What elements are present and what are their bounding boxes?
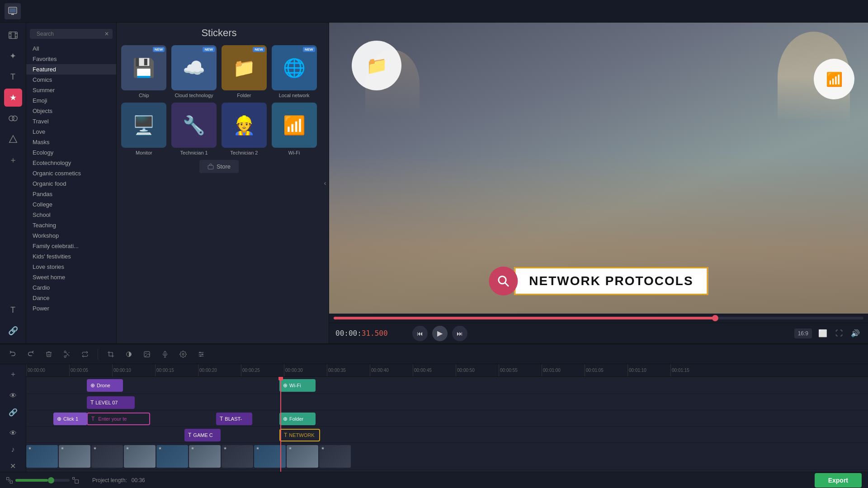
store-button[interactable]: Store xyxy=(199,160,239,173)
cat-item-workshop[interactable]: Workshop xyxy=(26,230,116,241)
cat-item-ecotechnology[interactable]: Ecotechnology xyxy=(26,158,116,168)
cat-item-pandas[interactable]: Pandas xyxy=(26,189,116,199)
search-clear[interactable]: ✕ xyxy=(104,31,109,37)
sticker-item-2[interactable]: 📁NEWFolder xyxy=(222,45,267,98)
scrubber-thumb[interactable] xyxy=(712,315,718,321)
sticker-item-3[interactable]: 🌐NEWLocal network xyxy=(271,45,317,98)
track-mute[interactable]: ✕ xyxy=(8,460,18,472)
track-music[interactable]: ♪ xyxy=(9,444,17,455)
redo-btn[interactable] xyxy=(24,347,38,361)
cat-item-dance[interactable]: Dance xyxy=(26,293,116,303)
wifi-sticker-overlay[interactable]: 📶 xyxy=(814,59,854,99)
cat-item-all[interactable]: All xyxy=(26,43,116,54)
brightness-btn[interactable] xyxy=(122,347,136,361)
cat-item-emoji[interactable]: Emoji xyxy=(26,95,116,106)
scale-track[interactable] xyxy=(15,479,70,482)
clip-network[interactable]: TNETWORK xyxy=(279,429,320,441)
search-row[interactable]: ✕ xyxy=(30,29,113,39)
scale-shrink-icon[interactable] xyxy=(6,477,13,483)
thumb-cell-5[interactable] xyxy=(189,445,221,468)
delete-btn[interactable] xyxy=(42,347,56,361)
cat-item-featured[interactable]: Featured xyxy=(26,64,116,75)
cat-item-love_stories[interactable]: Love stories xyxy=(26,262,116,272)
cat-item-love[interactable]: Love xyxy=(26,127,116,137)
cat-item-sweet_home[interactable]: Sweet home xyxy=(26,272,116,282)
thumb-cell-9[interactable] xyxy=(319,445,351,468)
cat-item-teaching[interactable]: Teaching xyxy=(26,220,116,230)
cat-item-organic_food[interactable]: Organic food xyxy=(26,178,116,189)
tool-overlays[interactable] xyxy=(4,130,22,148)
sticker-item-7[interactable]: 📶Wi-Fi xyxy=(271,103,317,155)
cat-item-ecology[interactable]: Ecology xyxy=(26,147,116,158)
thumb-cell-3[interactable] xyxy=(124,445,156,468)
cat-item-college[interactable]: College xyxy=(26,199,116,210)
sticker-item-5[interactable]: 🔧Technician 1 xyxy=(171,103,217,155)
cat-item-cardio[interactable]: Cardio xyxy=(26,282,116,293)
collapse-panel-btn[interactable]: ‹ xyxy=(321,23,329,343)
clip-level-07[interactable]: TLEVEL 07 xyxy=(87,396,135,409)
skip-back-btn[interactable]: ⏮ xyxy=(412,326,428,341)
tool-effects[interactable]: ✦ xyxy=(4,47,22,65)
tool-titles[interactable]: T xyxy=(4,68,22,86)
cat-item-comics[interactable]: Comics xyxy=(26,75,116,85)
tool-film[interactable] xyxy=(4,26,22,44)
cat-item-favorites[interactable]: Favorites xyxy=(26,54,116,64)
tool-add[interactable]: ＋ xyxy=(4,151,22,169)
tool-link[interactable]: 🔗 xyxy=(4,322,22,340)
cat-item-travel[interactable]: Travel xyxy=(26,116,116,127)
scale-expand-icon[interactable] xyxy=(72,477,79,483)
scrubber-track[interactable] xyxy=(334,317,863,319)
settings-btn[interactable] xyxy=(176,347,190,361)
clip-enter-your-te[interactable]: TEnter your te xyxy=(87,413,150,425)
sticker-item-0[interactable]: 💾NEWChip xyxy=(121,45,167,98)
cat-item-organic_cosmetics[interactable]: Organic cosmetics xyxy=(26,168,116,178)
sticker-item-6[interactable]: 👷Technician 2 xyxy=(222,103,267,155)
clip-game-c[interactable]: TGAME C xyxy=(184,429,221,441)
cat-item-power[interactable]: Power xyxy=(26,303,116,314)
tool-stickers[interactable]: ★ xyxy=(4,89,22,107)
sliders-btn[interactable] xyxy=(194,347,208,361)
thumb-cell-4[interactable] xyxy=(156,445,188,468)
skip-forward-btn[interactable]: ⏭ xyxy=(452,326,467,341)
scale-thumb[interactable] xyxy=(48,477,54,483)
thumb-cell-2[interactable] xyxy=(91,445,123,468)
sticker-item-1[interactable]: ☁️NEWCloud technology xyxy=(171,45,217,98)
aspect-ratio-badge[interactable]: 16:9 xyxy=(794,328,812,338)
cat-item-family_celebration[interactable]: Family celebrati... xyxy=(26,241,116,251)
fullscreen-icon[interactable]: ⛶ xyxy=(834,328,844,339)
add-track-btn[interactable]: ＋ xyxy=(8,368,19,381)
cat-item-summer[interactable]: Summer xyxy=(26,85,116,95)
cat-item-kids_festivities[interactable]: Kids' festivities xyxy=(26,251,116,262)
cut-btn[interactable] xyxy=(60,347,74,361)
export-btn[interactable]: Export xyxy=(815,473,862,488)
clip-blast-[interactable]: TBLAST- xyxy=(216,413,252,425)
scrubber-bar[interactable] xyxy=(329,314,868,323)
tool-text[interactable]: T xyxy=(4,301,22,319)
crop-btn[interactable] xyxy=(104,347,118,361)
app-icon[interactable] xyxy=(5,3,21,19)
clip-wi-fi[interactable]: ⊕Wi-Fi xyxy=(279,379,316,392)
tool-transitions[interactable] xyxy=(4,109,22,127)
clip-click-1[interactable]: ⊕Click 1 xyxy=(53,413,87,425)
undo-btn[interactable] xyxy=(5,347,20,361)
fit-window-icon[interactable]: ⬜ xyxy=(816,327,829,339)
track-eye-1[interactable]: 👁 xyxy=(8,390,19,402)
thumb-cell-0[interactable] xyxy=(26,445,58,468)
volume-icon[interactable]: 🔊 xyxy=(849,327,862,339)
repeat-btn[interactable] xyxy=(78,347,92,361)
cat-item-school[interactable]: School xyxy=(26,210,116,220)
track-eye-2[interactable]: 👁 xyxy=(8,427,19,439)
track-link-1[interactable]: 🔗 xyxy=(7,406,19,418)
image-btn[interactable] xyxy=(140,347,154,361)
clip-folder[interactable]: ⊕Folder xyxy=(279,413,316,425)
sticker-item-4[interactable]: 🖥️Monitor xyxy=(121,103,167,155)
clip-drone[interactable]: ⊕Drone xyxy=(87,379,123,392)
thumb-cell-6[interactable] xyxy=(222,445,253,468)
thumb-cell-7[interactable] xyxy=(254,445,286,468)
search-input[interactable] xyxy=(37,31,104,37)
folder-sticker-overlay[interactable]: 📁 xyxy=(352,41,401,90)
thumb-cell-8[interactable] xyxy=(287,445,318,468)
play-btn[interactable]: ▶ xyxy=(432,326,448,341)
cat-item-masks[interactable]: Masks xyxy=(26,137,116,147)
mic-btn[interactable] xyxy=(158,347,172,361)
